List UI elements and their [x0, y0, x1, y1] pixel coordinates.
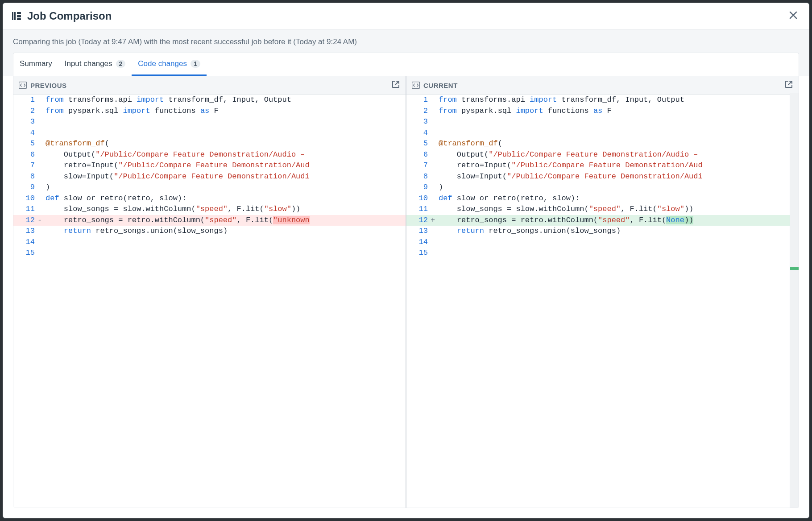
diff-marker: [431, 171, 438, 182]
code-line: 7 retro=Input("/Public/Compare Feature D…: [406, 160, 799, 171]
tab-code-changes[interactable]: Code changes 1: [132, 53, 206, 76]
diff-marker: [37, 128, 45, 139]
diff-marker: [37, 204, 45, 215]
code-content: [438, 248, 799, 259]
external-link-icon: [784, 80, 793, 89]
code-content: [438, 237, 799, 248]
code-content: Output("/Public/Compare Feature Demonstr…: [438, 149, 799, 161]
diff-marker: [37, 149, 45, 161]
code-content: from pyspark.sql import functions as F: [438, 106, 799, 117]
close-icon: [789, 11, 797, 19]
open-external-button[interactable]: [784, 80, 793, 91]
code-line: 3: [13, 116, 406, 128]
code-current[interactable]: 1from transforms.api import transform_df…: [406, 95, 799, 508]
code-line: 1from transforms.api import transform_df…: [406, 95, 799, 106]
diff-marker: [431, 237, 438, 248]
svg-rect-1: [14, 12, 16, 20]
code-line: 15: [13, 248, 406, 259]
code-line: 9): [13, 182, 406, 193]
code-content: Output("/Public/Compare Feature Demonstr…: [45, 149, 406, 161]
code-line: 2from pyspark.sql import functions as F: [406, 106, 799, 117]
line-number: 8: [13, 171, 37, 182]
diff-marker: -: [37, 215, 45, 226]
diff-marker: [37, 160, 45, 171]
tab-label: Input changes: [65, 59, 112, 68]
code-line: 4: [406, 128, 799, 139]
diff-marker: [431, 128, 438, 139]
tab-input-changes[interactable]: Input changes 2: [58, 53, 132, 76]
diff-container: PREVIOUS 1from transforms.api import tra…: [13, 76, 799, 508]
code-line: 8 slow=Input("/Public/Compare Feature De…: [406, 171, 799, 182]
tab-label: Summary: [20, 59, 52, 68]
diff-marker: [37, 193, 45, 204]
code-content: slow_songs = slow.withColumn("speed", F.…: [45, 204, 406, 215]
svg-rect-0: [12, 12, 13, 20]
diff-marker: [431, 248, 438, 259]
diff-marker: [37, 95, 45, 106]
line-number: 13: [13, 226, 37, 237]
code-previous[interactable]: 1from transforms.api import transform_df…: [13, 95, 406, 508]
line-number: 1: [406, 95, 431, 106]
line-number: 4: [406, 128, 431, 139]
comparison-description: Comparing this job (Today at 9:47 AM) wi…: [13, 37, 799, 46]
line-number: 3: [13, 116, 37, 128]
code-line: 12+ retro_songs = retro.withColumn("spee…: [406, 215, 799, 226]
code-content: retro=Input("/Public/Compare Feature Dem…: [438, 160, 799, 171]
line-number: 9: [406, 182, 431, 193]
code-line: 14: [406, 237, 799, 248]
tab-summary[interactable]: Summary: [13, 53, 58, 76]
diff-marker: [37, 237, 45, 248]
code-line: 5@transform_df(: [13, 138, 406, 149]
code-content: [45, 116, 406, 128]
diff-marker: [431, 182, 438, 193]
code-content: [45, 128, 406, 139]
code-content: [45, 248, 406, 259]
code-content: from pyspark.sql import functions as F: [45, 106, 406, 117]
diff-marker: [37, 226, 45, 237]
code-content: slow=Input("/Public/Compare Feature Demo…: [438, 171, 799, 182]
code-content: slow=Input("/Public/Compare Feature Demo…: [45, 171, 406, 182]
line-number: 15: [406, 248, 431, 259]
code-content: return retro_songs.union(slow_songs): [438, 226, 799, 237]
code-line: 15: [406, 248, 799, 259]
diff-pane-previous: PREVIOUS 1from transforms.api import tra…: [13, 76, 406, 508]
diff-marker: [431, 226, 438, 237]
line-number: 9: [13, 182, 37, 193]
code-line: 4: [13, 128, 406, 139]
job-comparison-dialog: Job Comparison Comparing this job (Today…: [3, 3, 809, 518]
open-external-button[interactable]: [391, 80, 400, 91]
code-line: 2from pyspark.sql import functions as F: [13, 106, 406, 117]
close-button[interactable]: [787, 9, 799, 23]
tab-label: Code changes: [138, 59, 187, 68]
line-number: 10: [406, 193, 431, 204]
diff-marker: [431, 138, 438, 149]
minimap[interactable]: [790, 93, 799, 508]
code-line: 11 slow_songs = slow.withColumn("speed",…: [406, 204, 799, 215]
pane-header-previous: PREVIOUS: [13, 76, 406, 95]
diff-marker: [431, 116, 438, 128]
pane-title: PREVIOUS: [30, 82, 391, 89]
subheader: Comparing this job (Today at 9:47 AM) wi…: [3, 29, 809, 76]
code-line: 10def slow_or_retro(retro, slow):: [13, 193, 406, 204]
code-line: 5@transform_df(: [406, 138, 799, 149]
code-content: slow_songs = slow.withColumn("speed", F.…: [438, 204, 799, 215]
compare-icon: [12, 11, 22, 21]
dialog-title: Job Comparison: [27, 10, 787, 22]
svg-rect-3: [17, 15, 21, 17]
line-number: 5: [13, 138, 37, 149]
code-line: 6 Output("/Public/Compare Feature Demons…: [13, 149, 406, 161]
diff-marker: [37, 106, 45, 117]
code-content: ): [45, 182, 406, 193]
diff-marker: [37, 248, 45, 259]
line-number: 6: [406, 149, 431, 161]
code-content: [438, 128, 799, 139]
code-line: 10def slow_or_retro(retro, slow):: [406, 193, 799, 204]
line-number: 2: [13, 106, 37, 117]
line-number: 14: [406, 237, 431, 248]
line-number: 11: [406, 204, 431, 215]
line-number: 1: [13, 95, 37, 106]
line-number: 13: [406, 226, 431, 237]
code-content: from transforms.api import transform_df,…: [45, 95, 406, 106]
line-number: 6: [13, 149, 37, 161]
diff-marker: [431, 204, 438, 215]
